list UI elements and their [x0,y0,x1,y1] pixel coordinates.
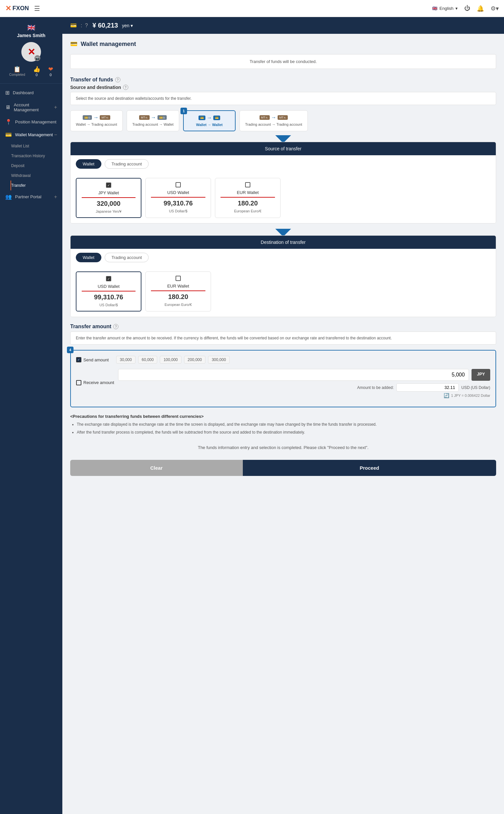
flag-icon: 🇬🇧 [432,6,437,11]
receive-amount-radio[interactable] [76,380,81,385]
stat-thumbs: 👍 0 [33,66,40,77]
amount-input-section: 4 Send amount 30,000 60,000 [70,350,496,407]
source-wallet-tab[interactable]: Wallet [76,159,101,169]
destination-wallet-tab[interactable]: Wallet [76,253,101,262]
bell-icon[interactable]: 🔔 [477,5,484,12]
eur-wallet-amount-dest: 180.20 [151,293,205,301]
chevron-down-icon: ▾ [455,6,458,11]
jpy-wallet-name: JPY Wallet [82,190,136,198]
language-label: English [439,6,453,11]
eur-source-checkbox [245,182,250,187]
transfer-type-trading-to-wallet[interactable]: MT4↕ → 💳G Trading account → Wallet [127,110,179,131]
usd-dest-checkbox [106,276,111,281]
proceed-button[interactable]: Proceed [243,460,496,476]
dest-eur-wallet[interactable]: EUR Wallet 180.20 European Euro/€ [145,271,211,311]
power-icon[interactable]: ⏻ [464,5,470,12]
quick-amounts: 30,000 60,000 100,000 200,000 [116,356,230,364]
send-amount-row: Send amount 30,000 60,000 100,000 [76,356,490,364]
transfer-type-label-3: Trading account → Trading account [245,122,302,126]
sidebar-profile: 🇬🇧 James Smith ✕ 📷 📋 Completed 👍 0 ❤ [0,17,62,84]
trading-icon-left-2: MT4↕ [260,115,270,120]
sidebar-item-partner-portal[interactable]: 👥 Partner Portal + [0,190,62,203]
receive-amount-row: Receive amount JPY Amount to be added: U… [76,367,490,398]
source-jpy-wallet[interactable]: JPY Wallet 320,000 Japanese Yen/¥ [76,178,141,218]
sub-nav-wallet-list[interactable]: Wallet List [11,141,62,151]
source-trading-tab[interactable]: Trading account [105,159,149,169]
transfer-amount-help-icon[interactable]: ? [113,324,118,329]
quick-300k[interactable]: 300,000 [208,356,229,364]
settings-icon[interactable]: ⚙▾ [491,5,499,12]
source-tab-row: Wallet Trading account [71,155,496,173]
step-1-badge: 1 [180,108,187,114]
sidebar-item-position-mgmt[interactable]: 📍 Position Management [0,116,62,128]
send-amount-radio-label[interactable]: Send amount [76,357,112,362]
sidebar: 🇬🇧 James Smith ✕ 📷 📋 Completed 👍 0 ❤ [0,17,62,814]
balance-icon: 💳 [70,22,77,29]
transfer-type-cards: 💳G → MT4↕ Wallet → Trading account [70,110,496,131]
source-eur-wallet[interactable]: EUR Wallet 180.20 European Euro/€ [215,178,281,218]
conversion-value[interactable] [396,383,459,392]
sub-nav-transaction-history[interactable]: Transaction History [11,151,62,161]
camera-icon[interactable]: 📷 [34,55,40,61]
account-mgmt-expand-icon[interactable]: + [54,104,57,110]
nav-left: ✕ FXON ☰ [5,4,40,13]
profile-stats: 📋 Completed 👍 0 ❤ 0 [5,66,57,77]
account-mgmt-label: Account Management [14,102,54,112]
wallet-mgmt-label: Wallet Management [15,132,53,137]
transfer-type-trading-to-trading[interactable]: MT4↕ → MT4↕ Trading account → Trading ac… [240,110,308,131]
exchange-rate-row: 🔄 1 JPY = 0.006422 Dollar [118,393,490,398]
amount-input[interactable] [118,369,469,381]
transfer-type-wallet-to-wallet[interactable]: 1 💳 → 💳 Wallet → Wallet [183,110,236,131]
profile-name: James Smith [5,33,57,38]
quick-30k[interactable]: 30,000 [116,356,136,364]
partner-portal-icon: 👥 [5,194,12,200]
destination-section: 3 Destination of transfer Wallet Trading… [70,235,496,317]
avatar-wrap: ✕ 📷 [21,42,41,62]
page-header: 💳 Wallet management [70,40,496,48]
position-mgmt-icon: 📍 [5,119,12,125]
logo[interactable]: ✕ FXON [5,4,29,13]
clear-button[interactable]: Clear [70,460,243,476]
trading-icon-right: MT4↕ [100,115,110,120]
transfer-funds-help-icon[interactable]: ? [115,77,120,82]
receive-amount-radio-label[interactable]: Receive amount [76,380,114,385]
wallet-icon-right: 💳G [157,115,167,120]
quick-60k[interactable]: 60,000 [138,356,157,364]
transfer-type-label-2: Wallet → Wallet [189,123,230,127]
main-content: 💳 : ? ¥ 60,213 yen ▾ 💳 Wallet management… [62,17,504,814]
source-dest-help-icon[interactable]: ? [123,85,128,90]
receive-amount-label: Receive amount [83,380,114,385]
partner-portal-expand-icon[interactable]: + [54,194,57,200]
transfer-type-wallet-to-trading[interactable]: 💳G → MT4↕ Wallet → Trading account [70,110,123,131]
destination-trading-tab[interactable]: Trading account [105,253,149,262]
note-item-1: After the fund transfer process is compl… [77,429,496,435]
dest-usd-wallet[interactable]: USD Wallet 99,310.76 US Dollar/$ [76,271,141,311]
refresh-icon[interactable]: 🔄 [444,393,449,398]
hamburger-menu[interactable]: ☰ [34,5,40,12]
wallet-sub-nav: Wallet List Transaction History Deposit … [0,141,62,190]
dashboard-icon: ⊞ [5,90,10,96]
sub-nav-withdrawal[interactable]: Withdrawal [11,171,62,181]
transfer-amount-section: Transfer amount ? Enter the transfer amo… [70,324,496,407]
sidebar-item-dashboard[interactable]: ⊞ Dashboard [0,86,62,99]
wallet-mgmt-collapse-icon[interactable]: − [54,132,57,138]
balance-currency[interactable]: yen ▾ [122,23,133,28]
usd-wallet-name-src: USD Wallet [151,190,205,198]
conversion-currency: USD (US Dollar) [461,385,490,390]
quick-100k[interactable]: 100,000 [160,356,181,364]
sidebar-item-account-mgmt[interactable]: 🖥 Account Management + [0,99,62,116]
send-amount-radio[interactable] [76,357,81,362]
account-mgmt-icon: 🖥 [5,104,11,110]
sub-nav-transfer[interactable]: Transfer [11,181,62,190]
language-selector[interactable]: 🇬🇧 English ▾ [432,6,458,11]
sidebar-item-wallet-mgmt[interactable]: 💳 Wallet Management − [0,128,62,141]
source-usd-wallet[interactable]: USD Wallet 99,310.76 US Dollar/$ [145,178,211,218]
amount-input-row: JPY [118,369,490,381]
quick-200k[interactable]: 200,000 [184,356,205,364]
dashboard-label: Dashboard [13,90,34,95]
destination-tab-row: Wallet Trading account [71,249,496,266]
stat-heart: ❤ 0 [48,66,53,77]
sub-nav-deposit[interactable]: Deposit [11,161,62,171]
info-bar: Transfer of funds will be conducted. [70,54,496,69]
notes-title: <Precautions for transferring funds betw… [70,414,496,419]
